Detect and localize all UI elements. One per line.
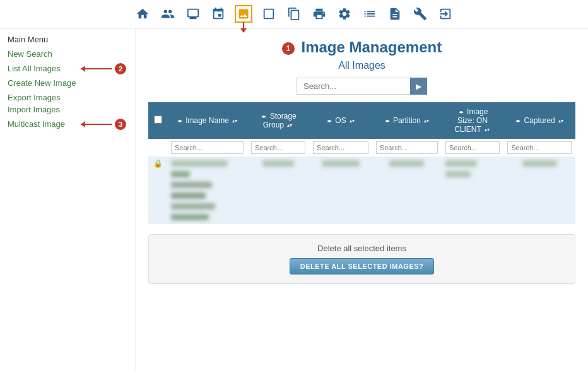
filter-image-name-cell [167,139,247,157]
partition-blur [389,160,424,167]
storage-group-cell [247,157,309,224]
filter-captured[interactable] [507,141,572,154]
document-icon[interactable] [386,5,404,23]
col-os: ◂▸ OS ▴▾ [309,102,372,139]
image-name-blur-1 [171,160,228,167]
badge-2-group: 2 [81,63,126,74]
users-icon[interactable] [159,5,177,23]
filter-os-cell [309,139,372,157]
filter-size[interactable] [445,141,500,154]
sort-arrows-storage-group[interactable]: ◂▸ [261,114,266,119]
image-name-blur-6 [171,214,209,220]
image-name-blur-4 [171,192,206,199]
nav-arrow-indicator [240,22,247,33]
menu-title: Main Menu [8,35,127,44]
sort-icon-image-name[interactable]: ▴▾ [232,119,237,124]
col-partition: ◂▸ Partition ▴▾ [372,102,442,139]
images-table: ◂▸ Image Name ▴▾ ◂▸ StorageGroup ▴▾ ◂▸ O… [148,102,575,224]
captured-blur [522,160,557,167]
col-captured: ◂▸ Captured ▴▾ [503,102,575,139]
search-bar: ▶ [148,78,575,95]
copy-icon[interactable] [285,5,303,23]
filter-storage-group-cell [247,139,309,157]
size-blur-1 [445,160,477,167]
page-title: 1 Image Management [148,38,575,56]
top-navigation [0,0,588,28]
bottom-section: Delete all selected items Delete all sel… [148,234,575,284]
sort-icon-storage-group[interactable]: ▴▾ [287,123,292,128]
sort-icon-os[interactable]: ▴▾ [350,119,355,124]
partition-cell [372,157,442,224]
box-icon[interactable] [260,5,278,23]
filter-row [148,139,575,157]
home-icon[interactable] [134,5,151,23]
badge-3-group: 3 [81,119,126,130]
filter-partition-cell [372,139,442,157]
badge-3: 3 [115,119,126,130]
image-name-blur-2 [171,171,190,177]
filter-image-name[interactable] [171,141,244,154]
badge-2: 2 [115,63,126,74]
size-blur-2 [445,171,471,177]
sort-arrows-size[interactable]: ◂▸ [459,110,464,115]
image-name-blur-3 [171,182,212,188]
wrench-icon[interactable] [411,5,429,23]
sidebar-item-export-images[interactable]: Export Images [8,93,127,102]
table-row: 🔒 [148,157,575,224]
lock-cell: 🔒 [148,157,167,224]
image-name-blur-5 [171,203,215,210]
sidebar-item-new-search[interactable]: New Search [8,49,127,59]
filter-storage-group[interactable] [251,141,305,154]
filter-os[interactable] [313,141,368,154]
content-area: 1 Image Management All Images ▶ ◂▸ Image… [136,28,588,370]
sort-arrows-image-name[interactable]: ◂▸ [177,119,182,124]
col-checkbox [148,102,167,139]
sort-arrows-partition[interactable]: ◂▸ [385,119,390,124]
filter-lock-cell [148,139,167,157]
sort-arrows-os[interactable]: ◂▸ [327,119,332,124]
sort-icon-captured[interactable]: ▴▾ [558,119,563,124]
menu-label: Main [8,35,25,44]
sort-arrows-captured[interactable]: ◂▸ [515,119,520,124]
sidebar: Main Menu New Search List All Images 2 C… [0,28,136,370]
image-name-cell [167,157,247,224]
col-image-name: ◂▸ Image Name ▴▾ [167,102,247,139]
sort-icon-size[interactable]: ▴▾ [485,127,490,133]
col-size: ◂▸ ImageSize: ONCLIENT ▴▾ [442,102,503,139]
select-all-checkbox[interactable] [154,115,162,124]
sidebar-item-import-images[interactable]: Import Images [8,105,127,114]
sidebar-item-create-new-image[interactable]: Create New Image [8,78,127,88]
storage-group-blur [262,160,294,167]
subtitle: All Images [148,60,575,71]
filter-captured-cell [503,139,575,157]
col-storage-group: ◂▸ StorageGroup ▴▾ [247,102,309,139]
sitemap-icon[interactable] [209,5,227,23]
logout-icon[interactable] [437,5,454,23]
badge-1: 1 [282,42,295,55]
search-button[interactable]: ▶ [410,78,427,95]
filter-size-cell [442,139,503,157]
delete-all-button[interactable]: Delete all selected images? [290,258,435,275]
delete-label: Delete all selected items [158,244,566,253]
filter-partition[interactable] [376,141,438,154]
desktop-icon[interactable] [184,5,202,23]
print-icon[interactable] [310,5,328,23]
search-input[interactable] [297,78,410,95]
image-management-icon[interactable] [235,5,252,23]
os-cell [309,157,372,224]
captured-cell [503,157,575,224]
list-icon[interactable] [361,5,379,23]
sort-icon-partition[interactable]: ▴▾ [424,119,429,124]
menu-sublabel: Menu [28,35,49,44]
os-blur [322,160,360,167]
settings-icon[interactable] [336,5,353,23]
size-cell [442,157,503,224]
